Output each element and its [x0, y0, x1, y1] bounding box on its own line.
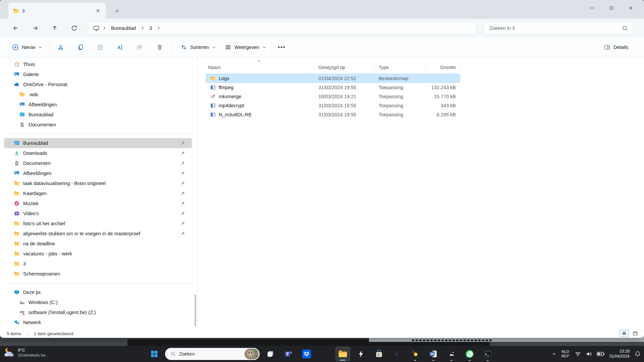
start-button[interactable] — [147, 347, 162, 361]
sidebar-item-schermopnamen[interactable]: Schermopnamen — [4, 269, 192, 279]
file-list: Naam Gewijzigd op Type Grootte Logs 01/0… — [206, 59, 460, 119]
pin-icon — [180, 161, 185, 166]
volume-button[interactable] — [585, 349, 593, 359]
tray-expand-button[interactable] — [551, 350, 557, 358]
forward-button[interactable] — [29, 22, 42, 34]
sidebar-item-vacatures[interactable]: vacatures - jobs - werk — [4, 249, 192, 259]
minimize-button[interactable] — [582, 0, 602, 16]
taskbar-app-whatsapp[interactable] — [462, 347, 477, 361]
taskbar-app-office[interactable] — [317, 347, 332, 361]
sidebar-item-deze-pc[interactable]: Deze pc — [4, 287, 192, 297]
search-input[interactable] — [484, 25, 622, 31]
taskbar-search[interactable]: Zoeken — [165, 348, 260, 360]
taskbar-app-lightning[interactable] — [354, 347, 368, 361]
notifications-button[interactable] — [633, 349, 642, 359]
sidebar-item-wdc[interactable]: .wdc — [4, 89, 192, 100]
sidebar-divider — [3, 134, 194, 134]
view-button[interactable]: Weergeven — [221, 41, 270, 53]
sidebar-item-windows-c[interactable]: Windows (C:) — [4, 297, 192, 307]
refresh-button[interactable] — [68, 22, 80, 34]
breadcrumb-item-3[interactable]: 3 — [147, 24, 154, 32]
sidebar-item-videos[interactable]: Video's — [4, 208, 192, 219]
delete-button[interactable] — [152, 41, 167, 54]
paste-button[interactable] — [93, 41, 108, 54]
breadcrumb[interactable]: Bureaublad 3 — [88, 22, 476, 35]
sort-button[interactable]: Sorteren — [177, 41, 219, 53]
sidebar-item-bureaublad-od[interactable]: Bureaublad — [4, 110, 192, 120]
back-arrow-icon — [12, 25, 19, 32]
running-app-indicator — [469, 360, 471, 361]
battery-button[interactable] — [596, 350, 606, 358]
taskbar-app-dropbox[interactable] — [299, 347, 314, 361]
copy-button[interactable] — [73, 41, 88, 54]
file-row-n-m3u8dl-re[interactable]: N_m3u8DL-RE 31/03/2024 19:55 Toepassing … — [206, 110, 460, 119]
command-prompt-icon — [483, 350, 492, 358]
taskbar-app-store[interactable] — [372, 347, 386, 361]
sidebar-item-thuis[interactable]: Thuis — [4, 59, 192, 69]
status-divider — [28, 331, 28, 336]
taskbar-app-file-explorer[interactable] — [335, 347, 350, 361]
breadcrumb-item-bureaublad[interactable]: Bureaublad — [109, 24, 138, 32]
tab-close-button[interactable] — [94, 6, 102, 15]
up-button[interactable] — [48, 22, 61, 34]
sidebar-item-documenten[interactable]: Documenten — [4, 158, 192, 168]
task-view-button[interactable] — [263, 347, 278, 361]
column-header-gewijzigd-op[interactable]: Gewijzigd op — [315, 63, 375, 72]
column-header-naam[interactable]: Naam — [206, 63, 315, 72]
rename-button[interactable] — [113, 41, 127, 54]
sidebar-item-documenten-od[interactable]: Documenten — [4, 120, 192, 130]
sidebar-item-kaartlagen[interactable]: Kaartlagen — [4, 188, 192, 198]
sidebar-item-galerie[interactable]: Galerie — [4, 69, 192, 79]
clock[interactable]: 23:28 01/04/2024 — [608, 348, 631, 360]
taskbar-app-teams[interactable] — [281, 347, 296, 361]
taskbar-app-terminal[interactable] — [480, 347, 495, 361]
details-view-toggle[interactable] — [620, 330, 629, 337]
close-button[interactable] — [621, 0, 641, 16]
file-row-mkvmerge[interactable]: mkvmerge 10/03/2024 19:21 Toepassing 15.… — [206, 92, 460, 101]
sidebar-item-muziek[interactable]: Muziek — [4, 198, 192, 208]
sidebar-item-fotos-archief[interactable]: foto's uit het archief — [4, 219, 192, 229]
weather-widget[interactable]: 9°C Grotendeels be... — [3, 347, 49, 358]
file-row-mp4decrypt[interactable]: mp4decrypt 31/03/2024 19:55 Toepassing 3… — [206, 101, 460, 110]
maximize-button[interactable] — [602, 0, 621, 16]
back-button[interactable] — [9, 22, 22, 34]
details-pane-button[interactable]: Details — [600, 41, 632, 53]
large-icons-view-toggle[interactable] — [631, 330, 640, 337]
wifi-button[interactable] — [574, 349, 582, 359]
more-options-button[interactable]: ••• — [274, 41, 289, 54]
column-header-type[interactable]: Type — [375, 63, 426, 72]
column-header-grootte[interactable]: Grootte — [426, 63, 460, 72]
sidebar-item-taak-datavisualisering[interactable]: taak datavisualisering - Bram origineel — [4, 178, 192, 188]
taskbar-app-word[interactable] — [426, 347, 441, 361]
language-indicator[interactable]: NLD BEP — [559, 348, 571, 360]
videos-icon — [14, 211, 19, 216]
sidebar-item-na-de-deadline[interactable]: na de deadline — [4, 239, 192, 249]
search-icon[interactable] — [622, 25, 628, 32]
sidebar-item-netwerk[interactable]: Netwerk — [4, 317, 192, 327]
taskbar-app-firefox[interactable] — [408, 347, 423, 361]
new-button[interactable]: Nieuw — [9, 41, 46, 53]
taskbar-app-firefox-focus[interactable] — [390, 347, 405, 361]
sidebar-item-3[interactable]: 3 — [4, 259, 192, 269]
sidebar-item-software-z[interactable]: software (\\install.ugent.be) (Z:) — [4, 307, 192, 317]
sidebar-item-afgewerkte-stukken[interactable]: afgewerkte stukken om in te voegen in de… — [4, 229, 192, 239]
sidebar-scrollbar[interactable] — [195, 294, 196, 326]
sidebar-item-downloads[interactable]: Downloads — [4, 148, 192, 158]
desktop-monitor-icon — [93, 25, 100, 32]
toolbar-divider — [271, 42, 271, 52]
share-button[interactable] — [132, 41, 147, 54]
sidebar-item-bureaublad-pinned[interactable]: Bureaublad — [4, 138, 192, 148]
minimize-icon — [590, 6, 594, 10]
new-tab-button[interactable] — [113, 7, 121, 15]
sidebar-item-afbeeldingen-od[interactable]: Afbeeldingen — [4, 100, 192, 110]
cut-button[interactable] — [53, 41, 68, 54]
file-row-ffmpeg[interactable]: ffmpeg 31/03/2024 19:55 Toepassing 132.2… — [206, 83, 460, 92]
taskbar-app-photos[interactable] — [444, 347, 459, 361]
sidebar-item-afbeeldingen[interactable]: Afbeeldingen — [4, 168, 192, 178]
running-app-indicator — [487, 360, 489, 361]
sidebar-item-onedrive[interactable]: OneDrive - Personal — [4, 79, 192, 89]
file-row-logs[interactable]: Logs 01/04/2024 22:52 Bestandsmap — [206, 74, 460, 83]
explorer-tab[interactable]: 3 — [8, 3, 106, 19]
battery-charging-icon — [597, 352, 605, 356]
pc-monitor-icon — [14, 290, 19, 295]
